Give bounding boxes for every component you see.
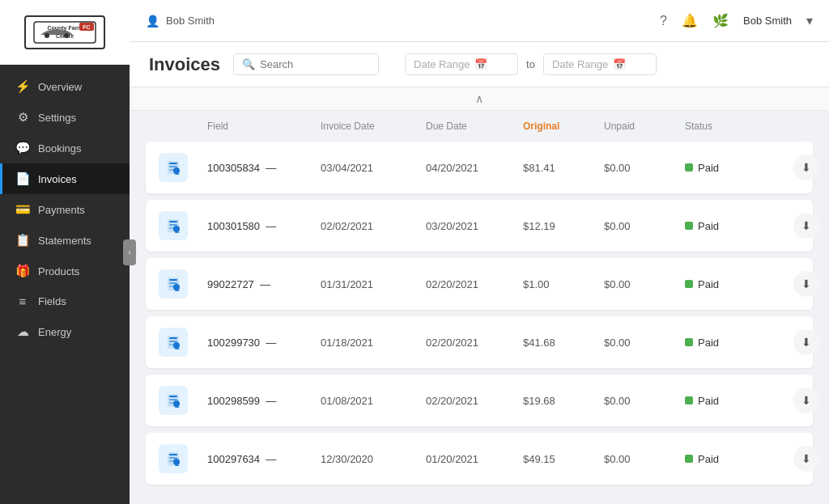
sidebar-item-label-bookings: Bookings (38, 142, 81, 155)
energy-icon: ☁ (15, 324, 30, 339)
status-dot (685, 396, 693, 404)
download-button[interactable]: ⬇ (793, 155, 819, 180)
collapse-bar[interactable]: ∧ (130, 87, 829, 111)
download-button[interactable]: ⬇ (793, 446, 819, 472)
sidebar-wrapper: County Farm Centre FC ⚡ Overview ⚙ Setti… (0, 0, 130, 504)
sidebar-toggle[interactable]: ‹ (123, 239, 136, 265)
date-range-group: Date Range 📅 to Date Range 📅 (405, 53, 657, 75)
user-avatar-icon: 👤 (146, 15, 159, 28)
svg-text:👤: 👤 (174, 286, 181, 292)
svg-rect-8 (169, 163, 177, 164)
settings-icon: ⚙ (15, 110, 30, 125)
download-button[interactable]: ⬇ (793, 388, 819, 413)
search-input[interactable] (260, 58, 370, 70)
sidebar-item-settings[interactable]: ⚙ Settings (0, 102, 130, 133)
invoice-icon: 👤 (159, 153, 188, 182)
svg-rect-14 (169, 221, 177, 222)
invoice-number: 100297634 — (207, 453, 321, 465)
sidebar-item-label-statements: Statements (38, 235, 91, 247)
calendar-from-icon: 📅 (474, 58, 487, 70)
invoice-date: 01/18/2021 (321, 337, 426, 349)
invoice-date: 12/30/2020 (321, 453, 426, 465)
invoice-number: 100301580 — (207, 220, 321, 232)
date-to-input[interactable]: Date Range 📅 (543, 53, 657, 75)
status-badge: Paid (685, 278, 782, 290)
status-label: Paid (698, 220, 719, 232)
column-headers: Field Invoice Date Due Date Original Unp… (146, 111, 813, 142)
invoice-icon: 👤 (159, 328, 188, 357)
svg-rect-21 (169, 282, 177, 284)
col-empty (159, 121, 207, 132)
svg-text:👤: 👤 (174, 344, 181, 350)
chevron-up-icon: ∧ (475, 92, 483, 105)
invoice-unpaid: $0.00 (604, 453, 685, 465)
invoice-icon: 👤 (159, 386, 188, 415)
col-invoice-date: Invoice Date (321, 121, 426, 132)
invoice-svg: 👤 (166, 218, 181, 233)
invoice-number: 99022727 — (207, 278, 321, 290)
download-button[interactable]: ⬇ (793, 213, 819, 239)
sidebar-item-payments[interactable]: 💳 Payments (0, 194, 130, 225)
status-label: Paid (698, 162, 719, 174)
table-row: 👤 100298599 — 01/08/2021 02/20/2021 $19.… (146, 375, 813, 426)
sidebar-item-products[interactable]: 🎁 Products (0, 256, 130, 286)
download-button[interactable]: ⬇ (793, 271, 819, 297)
sidebar-item-energy[interactable]: ☁ Energy (0, 316, 130, 347)
sidebar-item-bookings[interactable]: 💬 Bookings (0, 133, 130, 163)
status-label: Paid (698, 395, 719, 407)
sidebar-item-label-invoices: Invoices (38, 173, 77, 185)
status-dot (685, 280, 693, 288)
sidebar-item-label-payments: Payments (38, 204, 85, 216)
sidebar-item-statements[interactable]: 📋 Statements (0, 225, 130, 256)
svg-point-6 (64, 33, 69, 38)
sidebar: County Farm Centre FC ⚡ Overview ⚙ Setti… (0, 0, 130, 504)
table-row: 👤 100299730 — 01/18/2021 02/20/2021 $41.… (146, 316, 813, 368)
invoice-original: $1.00 (523, 278, 604, 290)
table-area: Field Invoice Date Due Date Original Unp… (130, 111, 829, 504)
table-row: 👤 100297634 — 12/30/2020 01/20/2021 $49.… (146, 433, 813, 485)
svg-rect-32 (169, 396, 177, 397)
invoice-icon: 👤 (159, 211, 188, 240)
topbar-user-name: Bob Smith (743, 15, 792, 27)
download-button[interactable]: ⬇ (793, 329, 819, 355)
status-badge: Paid (685, 337, 782, 349)
sidebar-item-label-overview: Overview (38, 81, 82, 93)
table-row: 👤 99022727 — 01/31/2021 02/20/2021 $1.00… (146, 258, 813, 310)
date-from-label: Date Range (414, 58, 470, 70)
invoice-icon: 👤 (159, 269, 188, 299)
invoice-icon: 👤 (159, 444, 188, 473)
sidebar-item-fields[interactable]: ≡ Fields (0, 286, 130, 316)
date-from-input[interactable]: Date Range 📅 (405, 53, 518, 75)
bell-icon[interactable]: 🔔 (682, 13, 698, 28)
invoice-unpaid: $0.00 (604, 162, 685, 174)
user-dropdown-icon[interactable]: ▾ (806, 13, 813, 28)
topbar-right: ? 🔔 🌿 Bob Smith ▾ (660, 13, 813, 28)
svg-rect-9 (169, 166, 177, 167)
payments-icon: 💳 (15, 202, 30, 217)
invoice-svg: 👤 (166, 335, 181, 349)
search-box: 🔍 (233, 53, 379, 75)
col-status: Status (685, 121, 782, 132)
svg-text:👤: 👤 (174, 227, 181, 234)
invoice-svg: 👤 (166, 277, 181, 291)
invoice-unpaid: $0.00 (604, 395, 685, 407)
svg-text:👤: 👤 (174, 169, 181, 176)
table-row: 👤 100305834 — 03/04/2021 04/20/2021 $81.… (146, 142, 813, 193)
invoice-original: $81.41 (523, 162, 604, 174)
statements-icon: 📋 (15, 233, 30, 248)
products-icon: 🎁 (15, 264, 30, 278)
invoice-due-date: 03/20/2021 (426, 220, 523, 232)
topbar-username: Bob Smith (166, 15, 215, 27)
sidebar-item-label-products: Products (38, 265, 79, 277)
sidebar-item-label-settings: Settings (38, 112, 76, 124)
status-label: Paid (698, 337, 719, 349)
help-icon[interactable]: ? (660, 14, 667, 28)
sidebar-item-invoices[interactable]: 📄 Invoices (0, 163, 130, 194)
sidebar-item-overview[interactable]: ⚡ Overview (0, 71, 130, 102)
svg-rect-38 (169, 454, 177, 455)
svg-text:👤: 👤 (174, 460, 181, 467)
sidebar-nav: ⚡ Overview ⚙ Settings 💬 Bookings 📄 Invoi… (0, 65, 130, 504)
status-badge: Paid (685, 395, 782, 407)
page-header: Invoices 🔍 Date Range 📅 to Date Range 📅 (130, 42, 829, 87)
invoice-date: 01/31/2021 (321, 278, 426, 290)
